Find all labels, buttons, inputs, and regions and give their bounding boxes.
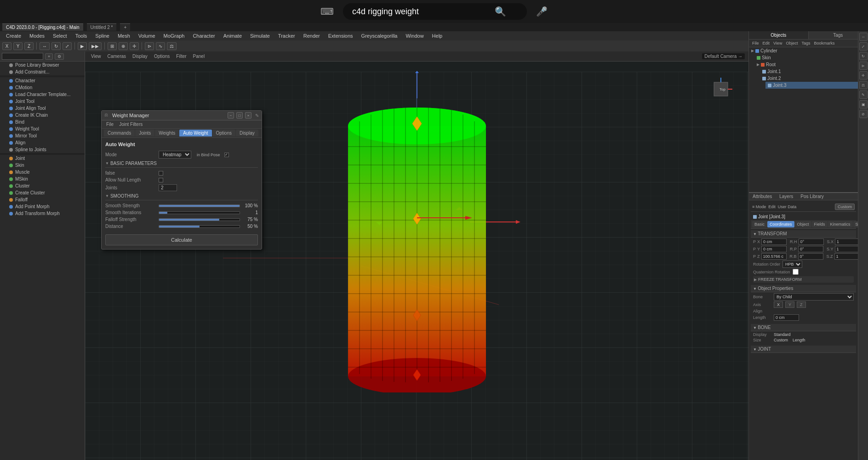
menu-simulate[interactable]: Simulate [246,32,274,40]
menu-render[interactable]: Render [300,32,324,40]
wm-smooth-strength-track[interactable] [159,204,240,207]
axis-z-btn[interactable]: Z [797,301,806,308]
rpt-edit[interactable]: Edit [761,40,771,46]
wm-tab-options[interactable]: Options [212,130,235,136]
lp-joint-align[interactable]: Joint Align Tool [0,105,85,112]
obj-joint3[interactable]: Joint.3 [765,82,868,89]
toolbar-render-all[interactable]: ▶▶ [89,42,102,50]
tr2-y-value[interactable] [761,246,787,252]
rib-weight[interactable]: ⚖ [859,81,868,89]
lp-mirror-tool[interactable]: Mirror Tool [0,132,85,139]
wm-tab-commands[interactable]: Commands [104,130,135,136]
menu-extensions[interactable]: Extensions [325,32,357,40]
menu-mesh[interactable]: Mesh [114,32,134,40]
rib-joint[interactable]: ✛ [859,71,868,80]
toolbar-rotate[interactable]: ↻ [51,42,61,50]
rib-bone[interactable]: ⊳ [859,62,868,70]
title-tab-main[interactable]: C4D 2023.0.0 - [Rigging.c4d] - Main [2,23,83,31]
joint-section-header[interactable]: JOINT [751,346,856,353]
wm-tab-weights[interactable]: Weights [155,130,179,136]
rpt-bookmarks[interactable]: Bookmarks [812,40,836,46]
toolbar-move[interactable]: ↔ [40,42,50,50]
tr3-sz-value[interactable] [834,253,858,260]
tr1-rh-value[interactable] [799,239,824,245]
toolbar-ik[interactable]: ∿ [156,42,165,50]
vp-btn-filter[interactable]: Filter [174,53,188,59]
wm-minimize-btn[interactable]: − [228,112,234,119]
lp-mskin[interactable]: MSkin [0,176,85,182]
rib-rotate[interactable]: ↻ [859,52,868,60]
lp-pose-library[interactable]: Pose Library Browser [0,62,85,68]
wm-falloff-track[interactable] [159,218,240,221]
tr1-x-value[interactable] [761,239,787,245]
wm-smooth-iter-track[interactable] [159,211,240,214]
quaternion-checkbox[interactable] [793,269,799,275]
wm-tab-joints[interactable]: Joints [135,130,154,136]
attr-tab-layers[interactable]: Layers [776,193,797,200]
menu-modes[interactable]: Modes [26,32,48,40]
tr2-rp-value[interactable] [798,246,823,252]
wm-tab-display[interactable]: Display [236,130,258,136]
toolbar-snap[interactable]: ⊕ [119,42,128,50]
wm-basic-params-header[interactable]: BASIC PARAMETERS [105,159,258,168]
menu-volume[interactable]: Volume [135,32,159,40]
obj-joint2[interactable]: Joint.2 [760,75,868,82]
wm-inbindpose-checkbox[interactable]: ✓ [224,153,229,157]
lp-joint[interactable]: Joint [0,155,85,162]
menu-greyscalegorilla[interactable]: Greyscalegorilla [358,32,401,40]
toolbar-y[interactable]: Y [13,42,23,50]
wm-joints-input[interactable] [159,184,177,191]
obj-props-header[interactable]: Object Properties [751,285,856,292]
lp-add-point-morph[interactable]: Add Point Morph [0,203,85,210]
obj-skin[interactable]: Skin [754,54,868,61]
wm-selected-checkbox[interactable] [159,171,163,176]
toolbar-grid[interactable]: ⊞ [108,42,117,50]
left-panel-add[interactable]: + [45,53,53,60]
menu-spline[interactable]: Spline [91,32,113,40]
rib-fill[interactable]: ▣ [859,100,868,108]
lp-align[interactable]: Align [0,139,85,146]
attr-coords-header[interactable]: TRANSFORM [751,230,856,238]
wm-smooth-iter-slider[interactable]: 1 [159,210,258,215]
lp-ik-chain[interactable]: Create IK Chain [0,112,85,119]
vp-btn-view[interactable]: View [89,53,103,59]
wm-tab-autoweight[interactable]: Auto Weight [179,130,211,136]
wm-falloff-slider[interactable]: 75 % [159,217,258,222]
wm-maximize-btn[interactable]: □ [236,112,243,119]
axis-y-btn[interactable]: Y [785,301,794,308]
microphone-button[interactable]: 🎤 [536,6,548,17]
rpt-tags[interactable]: Tags [800,40,811,46]
left-panel-search[interactable] [2,53,43,60]
freeze-transform[interactable]: ▶ FREEZE TRANSFORM [753,276,854,283]
rib-move[interactable]: ↔ [859,33,868,41]
lp-cluster[interactable]: Cluster [0,182,85,189]
toolbar-z[interactable]: Z [24,42,34,50]
wm-pen-btn[interactable]: ✎ [255,113,259,118]
obj-cylinder[interactable]: ▶ Cylinder ⚙ ● [749,47,868,54]
obj-joint1[interactable]: Joint.1 [760,68,868,75]
bone-section-header[interactable]: BONE [751,324,856,331]
attr-custom-btn[interactable]: Custom [835,204,855,210]
lp-cmotion[interactable]: CMotion [0,84,85,91]
wm-close-btn[interactable]: × [245,112,251,119]
rpt-file[interactable]: File [751,40,760,46]
menu-select[interactable]: Select [49,32,71,40]
menu-tracker[interactable]: Tracker [274,32,299,40]
search-input[interactable] [352,7,490,17]
menu-window[interactable]: Window [402,32,427,40]
toolbar-x[interactable]: X [2,42,11,50]
lp-bind[interactable]: Bind [0,119,85,125]
tr3-rb-value[interactable] [798,253,823,260]
axis-x-btn[interactable]: X [774,301,783,308]
subtab-object[interactable]: Object [795,221,811,227]
subtab-fields[interactable]: Fields [812,221,828,227]
lp-load-template[interactable]: Load Character Template... [0,91,85,98]
left-panel-settings[interactable]: ⚙ [55,53,64,60]
rib-scale[interactable]: ⤢ [859,42,868,51]
title-tab-untitled[interactable]: Untitled 2 * [87,23,117,31]
lp-spline-to-joints[interactable]: Spline to Joints [0,146,85,153]
subtab-coords[interactable]: Coordinates [767,221,794,227]
rot-order-select[interactable]: HPB [782,261,802,268]
bone-select[interactable]: By Child [774,293,854,301]
lp-skin[interactable]: Skin [0,162,85,169]
